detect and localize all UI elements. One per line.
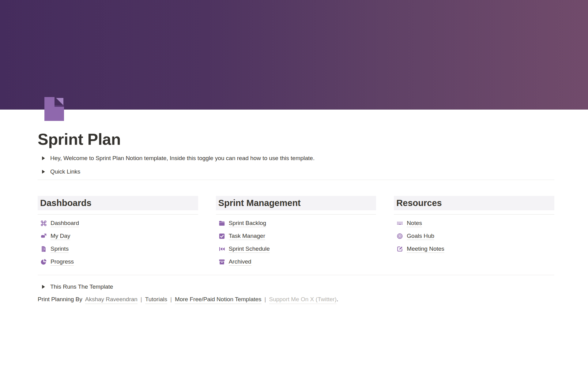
page-link-my-day[interactable]: My Day	[38, 232, 198, 240]
page-title[interactable]: Sprint Plan	[38, 110, 554, 149]
toggle-runs-template[interactable]: This Runs The Template	[38, 283, 554, 291]
page-link-notes[interactable]: Notes	[394, 219, 554, 227]
column-resources: Resources Notes Goals Hub Meeting Notes	[394, 196, 554, 266]
page-link-label: Sprint Schedule	[229, 245, 270, 253]
divider	[38, 275, 554, 275]
page-link-label: Task Manager	[229, 233, 265, 240]
toggle-quick-links-label: Quick Links	[50, 168, 80, 176]
column-header-dashboards: Dashboards	[38, 196, 198, 210]
tutorials-link[interactable]: Tutorials	[145, 295, 167, 304]
pie-chart-icon	[40, 258, 47, 265]
toggle-triangle-icon[interactable]	[40, 170, 47, 174]
toggle-welcome[interactable]: Hey, Welcome to Sprint Plan Notion templ…	[38, 154, 554, 162]
page-link-archived[interactable]: Archived	[216, 258, 376, 266]
page-link-sprint-backlog[interactable]: Sprint Backlog	[216, 219, 376, 227]
column-dashboards: Dashboards Dashboard My Day Sprints	[38, 196, 198, 266]
credits-separator: |	[170, 295, 172, 303]
page-link-sprints[interactable]: Sprints	[38, 245, 198, 253]
edit-pencil-icon	[396, 245, 403, 253]
page-link-label: Dashboard	[51, 220, 79, 227]
page-link-label: Sprint Backlog	[229, 220, 266, 227]
author-link[interactable]: Akshay Raveendran	[85, 295, 138, 304]
page-body: Sprint Plan Hey, Welcome to Sprint Plan …	[38, 110, 554, 304]
column-sprint-management: Sprint Management Sprint Backlog Task Ma…	[216, 196, 376, 266]
column-header-sprint-management: Sprint Management	[216, 196, 376, 210]
toggle-quick-links[interactable]: Quick Links	[38, 168, 554, 176]
toggle-welcome-label: Hey, Welcome to Sprint Plan Notion templ…	[50, 154, 315, 162]
credits-prefix: Print Planning By	[38, 295, 82, 303]
command-icon	[40, 220, 47, 227]
page-link-label: Archived	[229, 258, 251, 266]
page-link-sprint-schedule[interactable]: Sprint Schedule	[216, 245, 376, 253]
page-link-progress[interactable]: Progress	[38, 258, 198, 266]
divider	[216, 214, 376, 215]
toggle-runs-template-label: This Runs The Template	[50, 283, 113, 291]
toggle-triangle-icon[interactable]	[40, 285, 47, 289]
link-columns: Dashboards Dashboard My Day Sprints	[38, 196, 554, 266]
credits-separator: |	[141, 295, 142, 303]
document-lines-icon	[40, 245, 47, 253]
page-link-label: Meeting Notes	[407, 245, 444, 253]
support-twitter-link[interactable]: Support Me On X (Twitter)	[269, 295, 337, 304]
page-link-task-manager[interactable]: Task Manager	[216, 232, 376, 240]
page-cover	[0, 0, 588, 110]
page-link-dashboard[interactable]: Dashboard	[38, 219, 198, 227]
page-link-label: Progress	[51, 258, 74, 266]
divider	[38, 214, 198, 215]
page-link-label: Sprints	[51, 245, 69, 253]
more-templates-link[interactable]: More Free/Paid Notion Templates	[175, 295, 262, 304]
credits-suffix: .	[337, 295, 338, 303]
sun-behind-cloud-icon	[40, 233, 47, 240]
rewind-icon	[218, 245, 225, 253]
folder-icon	[218, 220, 225, 227]
column-header-resources: Resources	[394, 196, 554, 210]
page-link-goals-hub[interactable]: Goals Hub	[394, 232, 554, 240]
page-link-label: My Day	[51, 233, 70, 240]
target-icon	[396, 233, 403, 240]
keyboard-icon	[396, 220, 403, 227]
page-link-label: Notes	[407, 220, 422, 227]
toggle-triangle-icon[interactable]	[40, 156, 47, 160]
credits-line: Print Planning By Akshay Raveendran | Tu…	[38, 295, 554, 304]
page-link-meeting-notes[interactable]: Meeting Notes	[394, 245, 554, 253]
divider	[394, 214, 554, 215]
credits-separator: |	[265, 295, 266, 303]
page-link-label: Goals Hub	[407, 233, 434, 240]
archive-box-icon	[218, 258, 225, 265]
divider	[38, 180, 554, 180]
checked-checkbox-icon	[218, 233, 225, 240]
